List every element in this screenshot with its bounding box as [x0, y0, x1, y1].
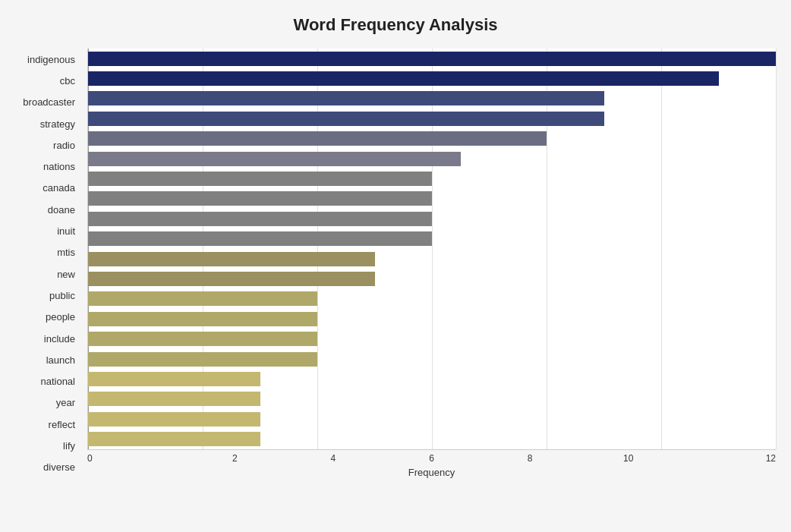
bar: [88, 252, 375, 266]
chart-container: Word Frequency Analysis indigenouscbcbro…: [0, 0, 791, 532]
x-tick: 6: [383, 453, 481, 464]
bar: [88, 172, 432, 186]
y-axis-label: diverse: [43, 457, 81, 478]
bar-row: [88, 109, 776, 128]
bar: [88, 412, 260, 427]
bar-row: [88, 189, 776, 209]
bar: [88, 392, 260, 406]
y-axis-label: mtis: [57, 242, 81, 263]
y-axis-label: inuit: [57, 220, 81, 241]
bar-row: [88, 68, 776, 88]
y-axis-label: launch: [46, 349, 81, 370]
bar: [88, 131, 547, 146]
bar-row: [88, 329, 776, 349]
x-tick: 4: [284, 453, 383, 464]
x-tick: 10: [579, 453, 678, 464]
bar-row: [88, 249, 776, 269]
bar-row: [88, 409, 776, 429]
x-axis-label: Frequency: [87, 467, 776, 478]
bar: [88, 212, 432, 226]
bar-row: [88, 309, 776, 329]
y-axis-label: nations: [43, 156, 81, 177]
bar-row: [88, 430, 776, 449]
bar-row: [88, 289, 776, 309]
bar: [88, 191, 432, 206]
bar: [88, 432, 260, 446]
y-axis-label: public: [49, 285, 81, 306]
y-axis-label: broadcaster: [23, 92, 81, 113]
y-axis-label: strategy: [40, 113, 81, 134]
bar: [88, 112, 604, 126]
x-tick: 0: [87, 453, 186, 464]
bar: [88, 272, 375, 286]
bar-row: [88, 168, 776, 188]
bar: [88, 332, 317, 346]
bar-row: [88, 269, 776, 288]
bar: [88, 71, 719, 86]
plot-area: [87, 49, 776, 450]
bar: [88, 52, 776, 66]
bar-row: [88, 129, 776, 149]
x-axis-ticks: 024681012: [87, 450, 776, 464]
x-tick: 2: [186, 453, 285, 464]
bar: [88, 291, 317, 306]
y-axis-label: cbc: [60, 70, 81, 91]
y-axis-label: new: [57, 263, 81, 285]
x-tick: 12: [677, 453, 776, 464]
y-axis-label: lify: [63, 435, 81, 456]
bar-row: [88, 389, 776, 409]
x-tick: 8: [481, 453, 579, 464]
y-axis-label: year: [56, 392, 81, 414]
bar-row: [88, 349, 776, 369]
bar-row: [88, 49, 776, 68]
bar: [88, 352, 317, 367]
bar-row: [88, 369, 776, 389]
bar: [88, 231, 432, 246]
y-axis-label: people: [46, 307, 81, 328]
y-axis-label: doane: [48, 199, 81, 220]
bar-row: [88, 89, 776, 109]
bar-row: [88, 229, 776, 249]
bar: [88, 372, 260, 386]
grid-line: [776, 49, 777, 449]
y-axis-label: national: [40, 370, 81, 392]
bar-row: [88, 209, 776, 228]
y-axis-label: include: [44, 328, 81, 349]
y-axis-label: reflect: [49, 414, 81, 435]
chart-title: Word Frequency Analysis: [15, 15, 776, 35]
y-axis-label: canada: [43, 178, 81, 199]
bar: [88, 152, 461, 166]
bar: [88, 91, 604, 105]
y-axis: indigenouscbcbroadcasterstrategyradionat…: [15, 49, 87, 478]
y-axis-label: indigenous: [27, 49, 81, 70]
y-axis-label: radio: [53, 134, 81, 156]
bar-row: [88, 149, 776, 168]
bar: [88, 312, 317, 326]
